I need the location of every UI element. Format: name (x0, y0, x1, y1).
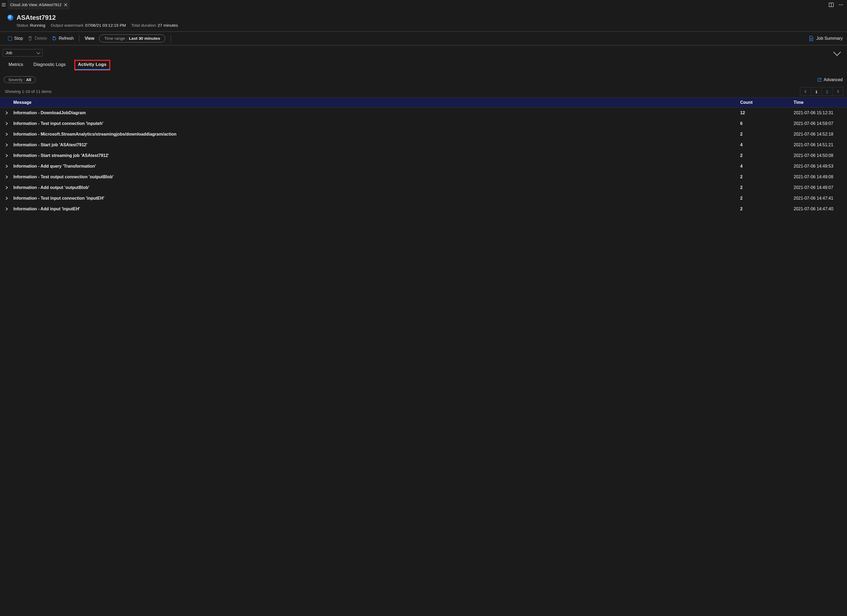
log-message: Information - Microsoft.StreamAnalytics/… (13, 132, 740, 137)
log-time: 2021-07-06 14:47:41 (794, 196, 847, 201)
filter-row: Severity : All Advanced (0, 70, 847, 85)
col-message: Message (13, 100, 740, 105)
log-message: Information - Add query 'Transformation' (13, 164, 740, 169)
log-row[interactable]: Information - Test input connection 'inp… (0, 193, 847, 203)
trash-icon (28, 36, 32, 41)
scope-dropdown[interactable]: Job (3, 49, 43, 57)
log-count: 4 (740, 164, 794, 169)
file-tab[interactable]: Cloud Job View: ASAtest7912 (7, 0, 70, 10)
svg-point-5 (9, 17, 10, 18)
log-row[interactable]: Information - Add output 'outputBlob'220… (0, 182, 847, 193)
log-time: 2021-07-06 14:59:07 (794, 121, 847, 126)
log-count: 4 (740, 143, 794, 147)
log-rows: Information - DownloadJobDiagram122021-0… (0, 108, 847, 214)
tab-diagnostic-logs[interactable]: Diagnostic Logs (32, 60, 67, 70)
log-row[interactable]: Information - Add input 'inputEH'22021-0… (0, 203, 847, 214)
log-time: 2021-07-06 15:12:31 (794, 111, 847, 115)
log-row[interactable]: Information - Start job 'ASAtest7912'420… (0, 140, 847, 150)
job-header: ASAtest7912 StatusRunning Output waterma… (0, 10, 847, 31)
log-message: Information - DownloadJobDiagram (13, 111, 740, 115)
file-tab-title: Cloud Job View: ASAtest7912 (10, 3, 61, 7)
col-count: Count (740, 100, 794, 105)
pager-page-1[interactable]: 1 (811, 87, 822, 96)
log-message: Information - Test input connection 'inp… (13, 196, 740, 201)
watermark-label: Output watermark (51, 23, 84, 28)
editor-menu-icon[interactable] (0, 0, 7, 10)
log-row[interactable]: Information - Add query 'Transformation'… (0, 161, 847, 172)
time-range-pill[interactable]: Time range : Last 30 minutes (99, 34, 165, 43)
log-message: Information - Test input connection 'inp… (13, 121, 740, 126)
log-message: Information - Add input 'inputEH' (13, 206, 740, 211)
stop-icon (8, 37, 12, 41)
log-count: 2 (740, 153, 794, 158)
document-icon (809, 36, 814, 41)
collapse-chevron-icon[interactable] (834, 48, 841, 56)
status-value: Running (30, 23, 46, 28)
severity-filter-chip[interactable]: Severity : All (4, 76, 36, 83)
stop-button[interactable]: Stop (8, 36, 23, 41)
expand-chevron-icon[interactable] (0, 207, 13, 211)
refresh-button[interactable]: Refresh (52, 36, 74, 41)
close-icon[interactable] (64, 3, 67, 6)
log-row[interactable]: Information - Microsoft.StreamAnalytics/… (0, 129, 847, 140)
toolbar-separator (171, 35, 171, 42)
job-type-icon (7, 15, 13, 21)
split-editor-icon[interactable] (829, 3, 834, 7)
log-message: Information - Test output connection 'ou… (13, 175, 740, 179)
svg-point-4 (842, 4, 843, 5)
tab-metrics[interactable]: Metrics (7, 60, 24, 70)
table-header: Message Count Time (0, 97, 847, 108)
svg-point-3 (841, 4, 841, 5)
expand-chevron-icon[interactable] (0, 133, 13, 136)
expand-chevron-icon[interactable] (0, 196, 13, 200)
scope-row: Job (0, 46, 847, 58)
refresh-icon (52, 36, 57, 41)
col-time: Time (794, 100, 847, 105)
log-time: 2021-07-06 14:51:21 (794, 143, 847, 147)
expand-chevron-icon[interactable] (0, 164, 13, 168)
advanced-link[interactable]: Advanced (817, 77, 843, 82)
duration-value: 27 minutes (158, 23, 178, 28)
pager-page-2[interactable]: 2 (822, 87, 832, 96)
log-time: 2021-07-06 14:47:40 (794, 206, 847, 211)
log-row[interactable]: Information - Test output connection 'ou… (0, 172, 847, 182)
svg-point-2 (839, 4, 840, 5)
log-count: 12 (740, 111, 794, 115)
log-time: 2021-07-06 14:50:08 (794, 153, 847, 158)
status-label: Status (16, 23, 28, 28)
log-message: Information - Add output 'outputBlob' (13, 185, 740, 190)
expand-chevron-icon[interactable] (0, 186, 13, 190)
watermark-value: 07/06/21 03:12:15 PM (85, 23, 126, 28)
log-row[interactable]: Information - Start streaming job 'ASAte… (0, 150, 847, 161)
log-message: Information - Start job 'ASAtest7912' (13, 143, 740, 147)
log-time: 2021-07-06 14:49:08 (794, 175, 847, 179)
log-count: 2 (740, 185, 794, 190)
expand-chevron-icon[interactable] (0, 175, 13, 179)
more-icon[interactable] (838, 3, 843, 7)
log-row[interactable]: Information - DownloadJobDiagram122021-0… (0, 108, 847, 118)
pager-prev[interactable] (800, 87, 811, 96)
job-title: ASAtest7912 (16, 14, 56, 21)
editor-tabstrip: Cloud Job View: ASAtest7912 (0, 0, 847, 10)
expand-chevron-icon[interactable] (0, 154, 13, 158)
job-summary-button[interactable]: Job Summary (809, 36, 843, 41)
log-time: 2021-07-06 14:52:18 (794, 132, 847, 137)
job-meta: StatusRunning Output watermark07/06/21 0… (7, 23, 843, 28)
tab-activity-logs[interactable]: Activity Logs (75, 60, 110, 70)
log-row[interactable]: Information - Test input connection 'inp… (0, 118, 847, 129)
showing-text: Showing 1-10 of 11 items (5, 89, 52, 94)
job-toolbar: Stop Delete Refresh View Time range : La… (0, 32, 847, 45)
log-count: 2 (740, 175, 794, 179)
svg-point-6 (10, 16, 11, 17)
log-message: Information - Start streaming job 'ASAte… (13, 153, 740, 158)
pager-next[interactable] (832, 87, 843, 96)
expand-chevron-icon[interactable] (0, 143, 13, 147)
log-count: 6 (740, 121, 794, 126)
log-time: 2021-07-06 14:49:07 (794, 185, 847, 190)
duration-label: Total duration (131, 23, 156, 28)
expand-chevron-icon[interactable] (0, 122, 13, 125)
view-label: View (85, 36, 94, 41)
expand-chevron-icon[interactable] (0, 111, 13, 115)
log-count: 2 (740, 206, 794, 211)
section-tabs: Metrics Diagnostic Logs Activity Logs (0, 58, 847, 70)
